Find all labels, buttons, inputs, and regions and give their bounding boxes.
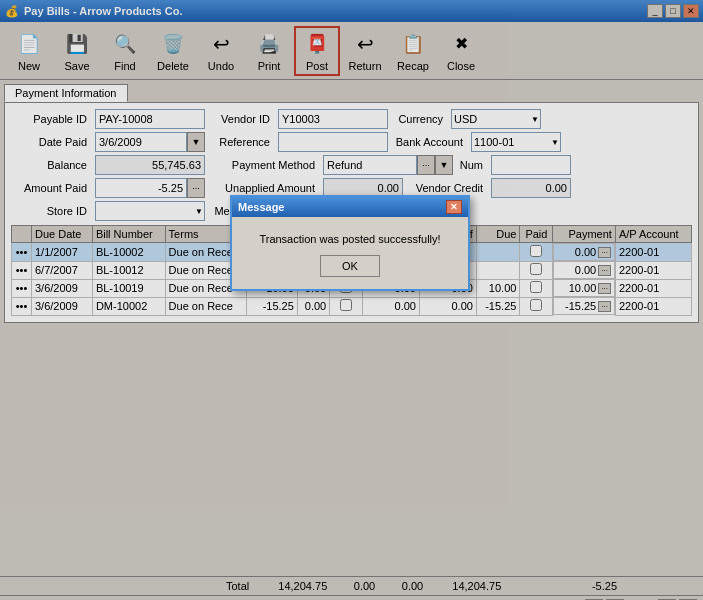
message-dialog: Message ✕ Transaction was posted success… — [230, 195, 470, 291]
modal-message: Transaction was posted successfully! — [252, 233, 448, 245]
modal-title: Message — [238, 201, 284, 213]
modal-body: Transaction was posted successfully! OK — [232, 217, 468, 289]
modal-close-button[interactable]: ✕ — [446, 200, 462, 214]
modal-ok-button[interactable]: OK — [320, 255, 380, 277]
modal-title-bar: Message ✕ — [232, 197, 468, 217]
modal-overlay: Message ✕ Transaction was posted success… — [0, 0, 703, 600]
